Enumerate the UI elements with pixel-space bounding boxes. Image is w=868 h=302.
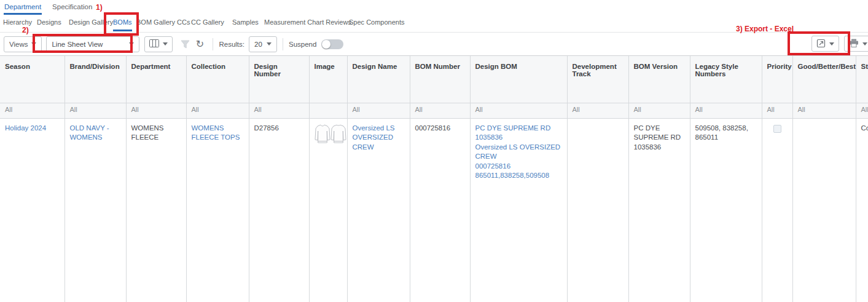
collection-link[interactable]: WOMENS FLEECE TOPS [192, 124, 240, 141]
suspend-toggle[interactable] [321, 39, 343, 49]
columns-chooser-icon [149, 39, 159, 49]
subtab-hierarchy[interactable]: Hierarchy [3, 18, 32, 30]
sub-tab-bar: Hierarchy Designs Design Gallery BOMs BO… [0, 15, 868, 33]
filter-department[interactable]: All [126, 103, 186, 118]
toolbar-divider [213, 38, 213, 50]
design-number-value: D27856 [254, 124, 279, 132]
column-header-priority[interactable]: Priority [762, 56, 792, 103]
refresh-icon[interactable]: ↻ [192, 36, 207, 52]
view-select[interactable]: Line Sheet View [46, 36, 139, 52]
column-header-collection[interactable]: Collection [186, 56, 249, 103]
design-name-link[interactable]: Oversized LS OVERSIZED CREW [353, 124, 395, 151]
filter-bom-version[interactable]: All [628, 103, 690, 118]
chevron-down-icon [31, 42, 36, 46]
chevron-down-icon [129, 42, 134, 46]
results-count-select[interactable]: 20 [249, 36, 277, 52]
top-tab-bar: Department Specification [0, 0, 868, 15]
suspend-label: Suspend [289, 41, 316, 48]
results-count-value: 20 [254, 41, 262, 48]
bom-version-value: PC DYE SUPREME RD 1035836 [634, 124, 681, 151]
filter-image [309, 103, 347, 118]
column-header-good-better-best[interactable]: Good/Better/Best [792, 56, 856, 103]
design-thumbnail-image[interactable] [315, 124, 342, 146]
column-header-development-track[interactable]: Development Track [567, 56, 628, 103]
print-button[interactable] [844, 36, 868, 52]
tab-specification[interactable]: Specification [52, 3, 93, 15]
filter-status[interactable]: All [856, 103, 868, 118]
column-header-bom-number[interactable]: BOM Number [410, 56, 470, 103]
subtab-samples[interactable]: Samples [232, 18, 259, 30]
subtab-bom-gallery[interactable]: BOM Gallery [136, 18, 175, 30]
boms-page: Department Specification Hierarchy Desig… [0, 0, 868, 302]
filter-development-track[interactable]: All [567, 103, 628, 118]
subtab-spec-components[interactable]: Spec Components [349, 18, 405, 30]
chevron-down-icon [829, 42, 834, 46]
toggle-knob [322, 40, 330, 49]
filter-good-better-best[interactable]: All [792, 103, 856, 118]
department-value: WOMENS FLEECE [131, 124, 164, 141]
chevron-down-icon [267, 42, 272, 46]
column-header-brand-division[interactable]: Brand/Division [65, 56, 126, 103]
legacy-style-numbers-value: 509508, 838258, 865011 [695, 124, 748, 141]
filter-collection[interactable]: All [186, 103, 249, 118]
column-header-status[interactable]: Status [856, 56, 868, 103]
bom-number-value: 000725816 [415, 124, 451, 132]
refresh-glyph: ↻ [196, 38, 204, 50]
season-link[interactable]: Holiday 2024 [5, 124, 46, 132]
printer-icon [849, 39, 859, 49]
results-grid: Season Brand/Division Department Collect… [0, 55, 868, 302]
subtab-design-gallery[interactable]: Design Gallery [69, 18, 113, 30]
chevron-down-icon [862, 42, 867, 46]
tab-department[interactable]: Department [4, 3, 42, 15]
priority-checkbox[interactable] [773, 125, 781, 133]
toolbar: Views Line Sheet View ↻ Results: 20 Susp… [0, 33, 868, 55]
filter-legacy-style-numbers[interactable]: All [690, 103, 762, 118]
column-header-bom-version[interactable]: BOM Version [628, 56, 690, 103]
chevron-down-icon [163, 42, 168, 46]
column-header-design-number[interactable]: Design Number [249, 56, 309, 103]
filter-season[interactable]: All [0, 103, 65, 118]
subtab-measurement-chart-reviews[interactable]: Measurement Chart Reviews [264, 18, 351, 30]
filter-brand-division[interactable]: All [65, 103, 126, 118]
toolbar-right-group [811, 36, 868, 52]
filter-design-number[interactable]: All [249, 103, 309, 118]
filter-funnel-icon[interactable] [178, 36, 192, 52]
column-chooser-button[interactable] [144, 36, 173, 52]
column-header-legacy-style-numbers[interactable]: Legacy Style Numbers [690, 56, 762, 103]
subtab-designs[interactable]: Designs [37, 18, 61, 30]
results-label: Results: [219, 41, 244, 48]
filter-design-bom[interactable]: All [470, 103, 567, 118]
subtab-cc-gallery[interactable]: CC Gallery [191, 18, 224, 30]
table-row: Holiday 2024 OLD NAVY - WOMENS WOMENS FL… [0, 118, 868, 302]
export-button[interactable] [811, 36, 839, 52]
export-icon [816, 39, 826, 49]
status-value: Concept [861, 124, 868, 132]
filter-design-name[interactable]: All [347, 103, 410, 118]
design-bom-link[interactable]: PC DYE SUPREME RD 1035836 Oversized LS O… [475, 124, 561, 180]
views-button-label: Views [9, 41, 28, 48]
views-button[interactable]: Views [4, 36, 42, 52]
subtab-boms[interactable]: BOMs [113, 18, 132, 31]
view-select-value: Line Sheet View [52, 41, 103, 48]
column-header-department[interactable]: Department [126, 56, 186, 103]
column-header-image[interactable]: Image [309, 56, 347, 103]
column-header-season[interactable]: Season [0, 56, 65, 103]
column-header-design-name[interactable]: Design Name [347, 56, 410, 103]
subtab-ccs[interactable]: CCs [177, 18, 190, 30]
filter-priority[interactable]: All [762, 103, 792, 118]
filter-bom-number[interactable]: All [410, 103, 470, 118]
toolbar-divider [283, 38, 283, 50]
brand-division-link[interactable]: OLD NAVY - WOMENS [70, 124, 109, 141]
column-header-design-bom[interactable]: Design BOM [470, 56, 567, 103]
